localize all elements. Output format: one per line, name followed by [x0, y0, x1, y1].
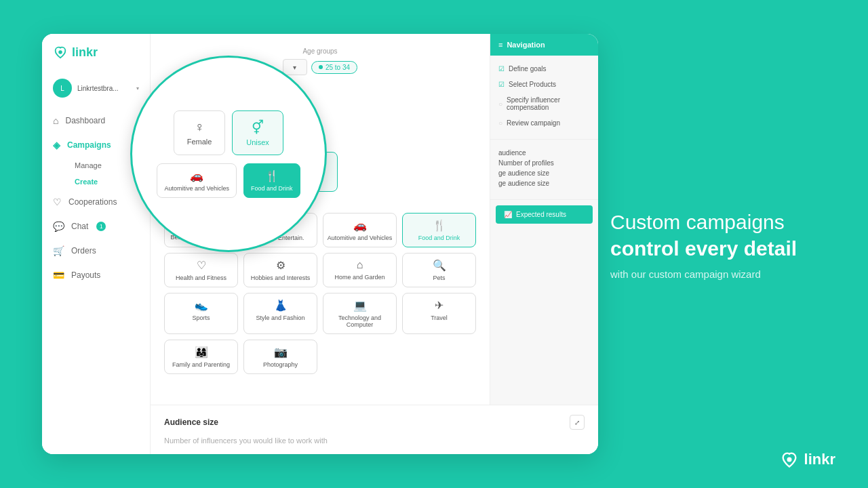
sidebar-username: Linkrtestbra... — [77, 85, 119, 92]
age-section-header: Age groups — [164, 47, 476, 55]
pets-label: Pets — [433, 274, 445, 281]
tech-label: Technology and Computer — [326, 314, 393, 328]
sidebar: linkr L Linkrtestbra... ▾ ⌂ Dashboard ◈ … — [42, 34, 151, 454]
sidebar-item-orders[interactable]: 🛒 Orders — [42, 239, 150, 263]
interest-tech[interactable]: 💻 Technology and Computer — [323, 293, 397, 334]
age-badge-dot — [319, 65, 323, 69]
bottom-right-logo: linkr — [780, 450, 835, 469]
sidebar-item-label: Cooperations — [68, 197, 117, 207]
style-label: Style and Fashion — [256, 314, 304, 321]
circle-female-icon: ♀ — [195, 119, 205, 135]
check-icon-review: ○ — [498, 119, 502, 127]
results-button[interactable]: 📈 Expected results — [496, 205, 593, 224]
sidebar-item-cooperations[interactable]: ♡ Cooperations — [42, 190, 150, 214]
nav-list: ☑ Define goals ☑ Select Products ○ Speci… — [490, 56, 598, 136]
circle-food-label: Food and Drink — [251, 185, 293, 192]
check-icon-compensation: ○ — [498, 100, 502, 108]
audience-label: audience — [498, 149, 590, 157]
interest-style[interactable]: 👗 Style and Fashion — [243, 293, 317, 334]
main-card: linkr L Linkrtestbra... ▾ ⌂ Dashboard ◈ … — [42, 34, 598, 454]
sidebar-logo-text: linkr — [72, 45, 98, 60]
age-select[interactable]: ▾ — [283, 59, 307, 75]
nav-button[interactable]: ≡ Navigation — [490, 34, 598, 56]
check-icon-goals: ☑ — [498, 65, 505, 73]
circle-overlay: ♀ Female ⚥ Unisex 🚗 Automitive and Vehic… — [130, 56, 327, 252]
sidebar-item-label: Chat — [71, 222, 88, 231]
home-icon: ⌂ — [53, 115, 58, 126]
nav-item-compensation-label: Specify influencer compensation — [507, 96, 590, 111]
right-text-line2: control every detail — [610, 235, 841, 262]
chat-icon: 💬 — [53, 221, 64, 232]
interest-family[interactable]: 👨‍👩‍👧 Family and Parenting — [164, 340, 238, 374]
check-icon-products: ☑ — [498, 81, 505, 88]
photography-icon: 📷 — [274, 346, 288, 359]
sidebar-user[interactable]: L Linkrtestbra... ▾ — [42, 73, 150, 103]
nav-divider2 — [490, 199, 598, 200]
photography-label: Photography — [263, 361, 298, 368]
nav-icon: ≡ — [498, 41, 502, 49]
audience-size-estimate2: ge audience size — [498, 180, 590, 187]
interest-home[interactable]: ⌂ Home and Garden — [323, 253, 397, 287]
bottom-logo-text: linkr — [804, 451, 835, 468]
health-label: Health and Fitness — [176, 274, 226, 281]
circle-interest-row: 🚗 Automitive and Vehicles 🍴 Food and Dri… — [157, 163, 300, 198]
circle-female-label: Female — [187, 138, 212, 146]
circle-food[interactable]: 🍴 Food and Drink — [243, 163, 300, 198]
sidebar-item-label: Dashboard — [65, 116, 105, 125]
interest-travel[interactable]: ✈ Travel — [402, 293, 476, 334]
sports-label: Sports — [192, 314, 210, 321]
svg-point-0 — [58, 50, 62, 54]
hobbies-icon: ⚙ — [276, 259, 285, 272]
pets-icon: 🔍 — [433, 259, 446, 272]
bottom-section: Audience size ⤢ Number of influencers yo… — [151, 405, 598, 454]
sidebar-item-label: Orders — [71, 246, 96, 256]
svg-point-1 — [787, 458, 791, 462]
nav-item-products[interactable]: ☑ Select Products — [490, 77, 598, 92]
interest-automotive[interactable]: 🚗 Automitive and Vehicles — [323, 213, 397, 247]
nav-button-text: Navigation — [507, 41, 545, 49]
age-badge[interactable]: 25 to 34 — [311, 61, 357, 74]
audience-section: audience Number of profiles ge audience … — [490, 142, 598, 197]
circle-inner: ♀ Female ⚥ Unisex 🚗 Automitive and Vehic… — [132, 58, 325, 250]
interest-health[interactable]: ♡ Health and Fitness — [164, 253, 238, 287]
sidebar-item-label: Campaigns — [67, 140, 111, 150]
interest-hobbies[interactable]: ⚙ Hobbies and Interests — [243, 253, 317, 287]
travel-icon: ✈ — [435, 299, 443, 312]
chevron-down-icon: ▾ — [136, 85, 139, 92]
tech-icon: 💻 — [353, 299, 367, 312]
cooperations-icon: ♡ — [53, 197, 62, 207]
food-icon: 🍴 — [433, 219, 446, 232]
nav-item-review[interactable]: ○ Review campaign — [490, 115, 598, 131]
sidebar-logo: linkr — [42, 45, 150, 73]
circle-automotive[interactable]: 🚗 Automitive and Vehicles — [157, 163, 237, 198]
audience-size-row: Audience size ⤢ — [164, 415, 585, 430]
linkr-logo-icon — [53, 45, 68, 60]
interest-pets[interactable]: 🔍 Pets — [402, 253, 476, 287]
hobbies-label: Hobbies and Interests — [251, 274, 311, 281]
audience-size-label: Audience size — [164, 418, 218, 427]
nav-item-goals[interactable]: ☑ Define goals — [490, 61, 598, 77]
right-text: Custom campaigns control every detail wi… — [610, 209, 841, 280]
interest-sports[interactable]: 👟 Sports — [164, 293, 238, 334]
age-badge-text: 25 to 34 — [326, 64, 350, 71]
circle-food-icon: 🍴 — [265, 169, 279, 182]
circle-unisex-label: Unisex — [246, 138, 269, 146]
automotive-icon: 🚗 — [353, 219, 367, 232]
nav-item-goals-label: Define goals — [509, 65, 547, 73]
campaigns-icon: ◈ — [53, 140, 60, 150]
expand-icon[interactable]: ⤢ — [570, 415, 585, 430]
results-button-text: Expected results — [516, 211, 566, 218]
avatar: L — [53, 79, 72, 98]
nav-item-compensation[interactable]: ○ Specify influencer compensation — [490, 92, 598, 115]
bottom-logo-icon — [780, 450, 799, 469]
interest-photography[interactable]: 📷 Photography — [243, 340, 317, 374]
app-container: linkr L Linkrtestbra... ▾ ⌂ Dashboard ◈ … — [0, 0, 868, 488]
interest-food[interactable]: 🍴 Food and Drink — [402, 213, 476, 247]
sports-icon: 👟 — [195, 299, 208, 312]
sidebar-item-payouts[interactable]: 💳 Payouts — [42, 263, 150, 287]
sidebar-item-chat[interactable]: 💬 Chat 1 — [42, 214, 150, 239]
style-icon: 👗 — [274, 299, 288, 312]
circle-gender-unisex[interactable]: ⚥ Unisex — [232, 110, 283, 155]
travel-label: Travel — [431, 314, 448, 321]
circle-gender-female[interactable]: ♀ Female — [174, 110, 225, 155]
